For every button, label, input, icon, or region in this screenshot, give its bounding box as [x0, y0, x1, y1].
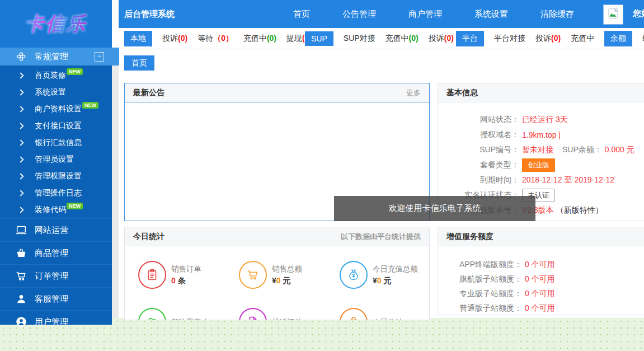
stats-panel-header: 今日统计 以下数据由平台统计提供 — [125, 227, 429, 246]
chevron-right-icon — [17, 123, 23, 129]
sidebar: 常规管理 − 首页装修NEW 系统设置 商户资料设置NEW 支付接口设置 银行汇… — [0, 48, 112, 325]
platform-recharging[interactable]: 充值中 — [571, 34, 594, 44]
sup-complaints[interactable]: 投诉(0) — [429, 34, 454, 44]
local-badge[interactable]: 本地 — [124, 31, 152, 46]
new-badge: NEW — [67, 203, 83, 209]
sidebar-menu: 首页装修NEW 系统设置 商户资料设置NEW 支付接口设置 银行汇款信息 管理员… — [0, 67, 112, 218]
collapse-icon[interactable]: − — [95, 52, 104, 62]
basket-icon — [15, 247, 27, 259]
sup-id-value: 暂未对接 — [522, 145, 553, 155]
sidebar-section-site-operation[interactable]: 网站运营 — [0, 218, 112, 241]
local-waiting[interactable]: 等待（0） — [198, 34, 233, 44]
sidebar-item-payment-interface[interactable]: 支付接口设置 — [0, 118, 112, 134]
domain-row: 授权域名： 1.9km.top | — [438, 127, 644, 142]
sidebar-section-customer-service[interactable]: 客服管理 — [0, 287, 112, 310]
quota-flagship-value: 0 个可用 — [525, 274, 555, 284]
content-gutter — [112, 49, 119, 318]
logo-block[interactable]: 卡信乐 — [0, 0, 112, 48]
quota-row-professional: 专业版子站额度： 0 个可用 — [438, 287, 644, 301]
platform-complaints[interactable]: 投诉(0) — [535, 34, 561, 44]
stat-sales-orders-value: 0 条 — [171, 276, 201, 286]
clipboard-icon — [138, 261, 166, 289]
sidebar-item-admin-permissions[interactable]: 管理权限设置 — [0, 168, 112, 185]
user-avatar[interactable] — [603, 4, 623, 25]
local-complaints[interactable]: 投诉(0) — [162, 34, 187, 44]
package-badge[interactable]: 创业版 — [522, 158, 555, 172]
stats-panel: 今日统计 以下数据由平台统计提供 销售订单 0 条 销售总额 ¥0 元 — [124, 227, 430, 320]
sidebar-section-users[interactable]: 用户管理 — [0, 310, 112, 333]
sidebar-section-orders[interactable]: 订单管理 — [0, 264, 112, 287]
sidebar-group-label: 常规管理 — [35, 52, 68, 62]
app-title: 后台管理系统 — [124, 9, 175, 20]
stat-sales-orders: 销售订单 0 条 — [138, 261, 239, 289]
site-status-row: 网站状态： 已经运行 3天 — [438, 112, 644, 127]
people-icon — [138, 308, 166, 320]
sidebar-item-admin-settings[interactable]: 管理员设置 — [0, 151, 112, 168]
sup-link[interactable]: SUP对接 — [344, 34, 375, 44]
chevron-right-icon — [17, 139, 23, 146]
quota-standard-value: 0 个可用 — [525, 303, 555, 313]
sidebar-item-decorate-code[interactable]: 装修代码NEW — [0, 202, 112, 218]
cart-icon — [15, 270, 27, 282]
quota-app-value: 0 个可用 — [525, 260, 555, 270]
quota-panel: 增值服务额度 APP终端版额度： 0 个可用 旗航版子站额度： 0 个可用 专业… — [438, 227, 644, 315]
new-badge: NEW — [67, 68, 83, 75]
nav-announcements[interactable]: 公告管理 — [342, 9, 376, 20]
local-recharging[interactable]: 充值中(0) — [243, 34, 276, 44]
toast-message: 欢迎使用卡信乐电子系统 — [389, 203, 481, 214]
stat-sales-total: 销售总额 ¥0 元 — [239, 261, 340, 289]
quota-professional-value: 0 个可用 — [525, 289, 555, 299]
tab-home[interactable]: 首页 — [124, 55, 154, 71]
version-note[interactable]: （新版特性） — [556, 205, 603, 216]
sup-badge[interactable]: SUP — [305, 31, 333, 46]
status-group-local: 本地 投诉(0) 等待（0） 充值中(0) 提现(0) — [124, 28, 312, 49]
platform-badge[interactable]: 平台 — [456, 31, 484, 46]
quota-row-app: APP终端版额度： 0 个可用 — [438, 258, 644, 272]
brand-logo: 卡信乐 — [25, 11, 87, 37]
site-status-value: 已经运行 3天 — [522, 115, 568, 125]
sidebar-sections: 网站运营 商品管理 订单管理 客服管理 用户管理 — [0, 218, 112, 333]
more-link[interactable]: 更多 — [406, 83, 421, 102]
stats-panel-title: 今日统计 — [133, 227, 164, 246]
chevron-right-icon — [17, 89, 23, 95]
sup-row: SUP编号： 暂未对接 SUP余额： 0.000 元 — [438, 142, 644, 157]
balance-badge[interactable]: 余额 — [604, 31, 632, 46]
sidebar-item-bank-remittance[interactable]: 银行汇款信息 — [0, 134, 112, 151]
document-icon — [239, 308, 267, 320]
sidebar-item-merchant-profile[interactable]: 商户资料设置NEW — [0, 101, 112, 118]
domain-value: 1.9km.top | — [522, 130, 561, 139]
stat-recharge-total: 今日充值总额 ¥0 元 — [340, 261, 430, 289]
nav-home[interactable]: 首页 — [293, 9, 310, 20]
stat-complaint-orders: 投诉订单 — [239, 308, 340, 320]
chevron-right-icon — [17, 156, 23, 162]
sidebar-section-products[interactable]: 商品管理 — [0, 241, 112, 264]
info-panel-title: 基本信息 — [446, 83, 478, 102]
status-bar: 本地 投诉(0) 等待（0） 充值中(0) 提现(0) SUP SUP对接 充值… — [119, 28, 644, 49]
laptop-icon — [15, 224, 27, 236]
stat-sales-total-value: ¥0 元 — [272, 276, 302, 286]
sidebar-group-general[interactable]: 常规管理 − — [0, 48, 119, 65]
chevron-right-icon — [17, 106, 23, 112]
broken-image-icon — [607, 7, 620, 22]
platform-link[interactable]: 平台对接 — [494, 34, 525, 44]
user-greeting: 您好 — [633, 8, 644, 19]
chevron-right-icon — [17, 173, 23, 179]
top-bar: 后台管理系统 首页 公告管理 商户管理 系统设置 清除缓存 — [119, 0, 644, 28]
stats-panel-body: 销售订单 0 条 销售总额 ¥0 元 今日充值总额 ¥0 元 — [125, 246, 429, 320]
sup-balance-value: 0.000 元 — [605, 145, 634, 155]
news-panel-title: 最新公告 — [133, 83, 164, 102]
sidebar-item-admin-logs[interactable]: 管理操作日志 — [0, 185, 112, 202]
cart-icon — [239, 261, 267, 289]
person-circle-icon — [15, 316, 27, 328]
quota-panel-header: 增值服务额度 — [438, 227, 644, 246]
nav-clear-cache[interactable]: 清除缓存 — [540, 9, 574, 20]
sup-recharging[interactable]: 充值中(0) — [386, 34, 419, 44]
quota-panel-body: APP终端版额度： 0 个可用 旗航版子站额度： 0 个可用 专业版子站额度： … — [438, 246, 644, 316]
sidebar-item-system-settings[interactable]: 系统设置 — [0, 84, 112, 101]
quota-row-flagship: 旗航版子站额度： 0 个可用 — [438, 272, 644, 287]
quota-row-standard: 普通版子站额度： 0 个可用 — [438, 301, 644, 316]
nav-system-settings[interactable]: 系统设置 — [474, 9, 508, 20]
clover-icon — [16, 51, 27, 62]
sidebar-item-home-decorate[interactable]: 首页装修NEW — [0, 67, 112, 84]
nav-merchants[interactable]: 商户管理 — [408, 9, 442, 20]
